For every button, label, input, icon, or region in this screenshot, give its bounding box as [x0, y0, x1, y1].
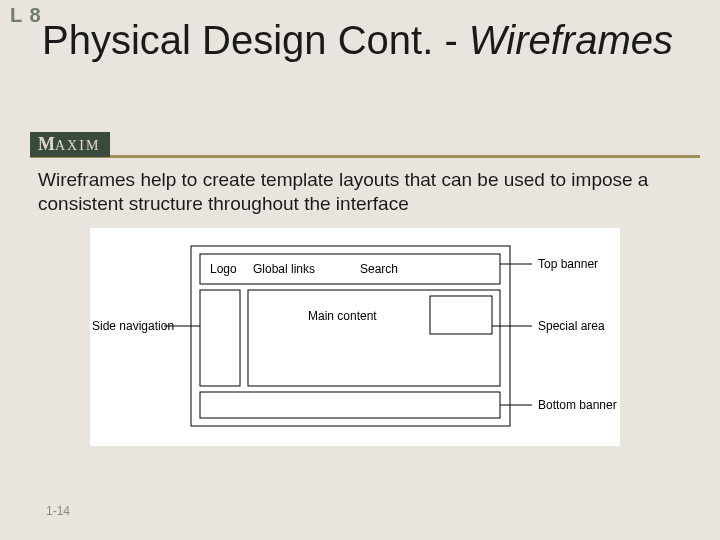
wf-top-logo-label: Logo	[210, 262, 237, 276]
wf-top-links-label: Global links	[253, 262, 315, 276]
brand-label: MAXIM	[30, 132, 110, 157]
wf-top-banner	[200, 254, 500, 284]
wf-special-area	[430, 296, 492, 334]
brand-divider	[30, 155, 700, 158]
wf-top-banner-callout: Top banner	[538, 257, 598, 271]
title-emphasis: Wireframes	[469, 18, 673, 62]
wf-bottom-banner-callout: Bottom banner	[538, 398, 617, 412]
brand-bar: MAXIM	[30, 132, 700, 158]
wf-side-nav	[200, 290, 240, 386]
wf-top-search-label: Search	[360, 262, 398, 276]
wf-main-content	[248, 290, 500, 386]
slide-footer-page: 1-14	[46, 504, 70, 518]
title-main: Physical Design Cont. -	[42, 18, 469, 62]
wf-special-area-callout: Special area	[538, 319, 605, 333]
wf-bottom-banner	[200, 392, 500, 418]
brand-prefix: M	[38, 134, 55, 154]
wf-main-content-label: Main content	[308, 309, 377, 323]
slide-title: Physical Design Cont. - Wireframes	[42, 18, 700, 63]
brand-name: AXIM	[55, 138, 100, 153]
wf-outer-box	[191, 246, 510, 426]
wireframe-diagram: Logo Global links Search Top banner Side…	[90, 228, 620, 446]
slide-number-tag: L 8	[10, 4, 42, 27]
slide-body-text: Wireframes help to create template layou…	[38, 168, 670, 216]
wf-side-nav-callout: Side navigation	[92, 319, 174, 333]
